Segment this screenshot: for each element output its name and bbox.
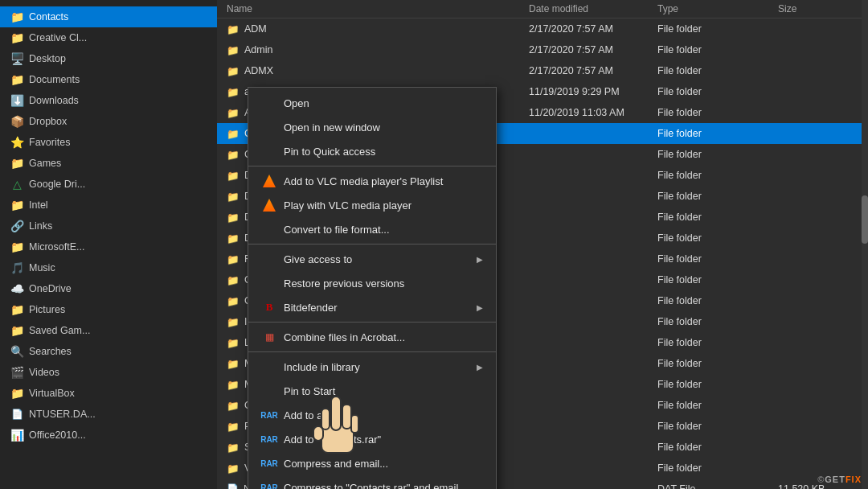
file-type: File folder <box>657 23 778 35</box>
sidebar-item-videos[interactable]: 🎬 Videos <box>0 362 217 383</box>
desktop-icon: 🖥️ <box>10 51 24 66</box>
watermark: ©GETFIX <box>817 475 862 484</box>
scroll-thumb[interactable] <box>862 195 868 244</box>
sidebar-item-favorites[interactable]: ⭐ Favorites <box>0 132 217 153</box>
sidebar-item-label: Pictures <box>29 304 65 315</box>
menu-item-compress-contacts-email[interactable]: RAR Compress to "Contacts.rar" and email <box>248 475 496 489</box>
sidebar-item-label: Searches <box>29 346 72 357</box>
sidebar-item-pictures[interactable]: 📁 Pictures <box>0 299 217 320</box>
file-row[interactable]: 📁ADM 2/17/2020 7:57 AM File folder <box>217 18 868 39</box>
file-type: File folder <box>657 149 778 160</box>
sidebar-item-downloads[interactable]: ⬇️ Downloads <box>0 90 217 111</box>
sidebar-item-dropbox[interactable]: 📦 Dropbox <box>0 111 217 132</box>
sidebar-item-label: Intel <box>29 199 48 211</box>
menu-label: Convert to file format... <box>284 224 483 236</box>
menu-item-add-contacts-rar[interactable]: RAR Add to "Contacts.rar" <box>248 427 496 451</box>
file-name-label: ADMX <box>244 65 273 76</box>
sidebar-item-ntuser[interactable]: 📄 NTUSER.DA... <box>0 404 217 425</box>
sidebar-item-office[interactable]: 📊 Office2010... <box>0 425 217 446</box>
music-icon: 🎵 <box>10 261 24 275</box>
menu-item-add-archive[interactable]: RAR Add to archive... <box>248 403 496 427</box>
file-row[interactable]: 📁Admin 2/17/2020 7:57 AM File folder <box>217 39 868 60</box>
star-icon: ⭐ <box>10 135 24 150</box>
start-pin-icon <box>261 383 277 399</box>
folder-icon: 📁 <box>10 323 24 338</box>
sidebar-item-searches[interactable]: 🔍 Searches <box>0 341 217 362</box>
file-type: File folder <box>657 86 778 97</box>
menu-label: Add to archive... <box>284 409 483 421</box>
menu-label: Compress to "Contacts.rar" and email <box>284 482 483 490</box>
menu-label: Play with VLC media player <box>284 199 483 212</box>
submenu-arrow: ▶ <box>477 303 483 312</box>
menu-item-compress-email[interactable]: RAR Compress and email... <box>248 451 496 475</box>
menu-label: Pin to Start <box>284 385 483 397</box>
compress-email-icon: RAR <box>261 455 277 471</box>
google-drive-icon: △ <box>10 177 24 191</box>
sidebar-item-label: Saved Gam... <box>29 325 90 336</box>
sidebar-item-desktop[interactable]: 🖥️ Desktop <box>0 48 217 69</box>
folder-icon: 📁 <box>10 72 24 87</box>
folder-icon: 📁 <box>10 302 24 317</box>
sidebar-item-label: Desktop <box>29 53 66 64</box>
col-size: Size <box>778 3 858 14</box>
sidebar-item-label: Google Dri... <box>29 179 85 190</box>
menu-label: Restore previous versions <box>284 277 483 290</box>
menu-item-open-new-window[interactable]: Open in new window <box>248 115 496 139</box>
sidebar-item-contacts[interactable]: 📁 Contacts <box>0 6 217 27</box>
menu-item-bitdefender[interactable]: B Bitdefender ▶ <box>248 295 496 319</box>
cloud-icon: ☁️ <box>10 281 24 296</box>
sidebar-item-games[interactable]: 📁 Games <box>0 153 217 174</box>
submenu-arrow: ▶ <box>477 255 483 264</box>
menu-label: Pin to Quick access <box>284 146 483 158</box>
file-date: 2/17/2020 7:57 AM <box>529 23 657 35</box>
context-menu: Open Open in new window Pin to Quick acc… <box>248 87 497 489</box>
sidebar-item-intel[interactable]: 📁 Intel <box>0 195 217 216</box>
menu-label: Give access to <box>284 253 477 265</box>
sidebar-item-microsoft[interactable]: 📁 MicrosoftE... <box>0 236 217 257</box>
menu-item-include-library[interactable]: Include in library ▶ <box>248 355 496 379</box>
menu-item-restore-prev[interactable]: Restore previous versions <box>248 271 496 295</box>
menu-item-open[interactable]: Open <box>248 91 496 115</box>
sidebar-item-label: OneDrive <box>29 283 72 294</box>
sidebar-item-google-drive[interactable]: △ Google Dri... <box>0 174 217 195</box>
sidebar-item-links[interactable]: 🔗 Links <box>0 216 217 236</box>
compress-contacts-icon: RAR <box>261 479 277 489</box>
sidebar-item-virtualbox[interactable]: 📁 VirtualBox <box>0 383 217 404</box>
col-name: Name <box>227 3 529 14</box>
open-icon <box>261 95 277 111</box>
pin-icon <box>261 143 277 159</box>
file-date: 2/17/2020 7:57 AM <box>529 65 657 76</box>
file-row[interactable]: 📁ADMX 2/17/2020 7:57 AM File folder <box>217 60 868 81</box>
folder-icon: 📁 <box>10 386 24 401</box>
menu-item-give-access[interactable]: Give access to ▶ <box>248 247 496 271</box>
menu-divider <box>248 351 496 352</box>
sidebar-item-music[interactable]: 🎵 Music <box>0 257 217 278</box>
menu-item-vlc-play[interactable]: Play with VLC media player <box>248 193 496 217</box>
menu-label: Open in new window <box>284 121 483 134</box>
sidebar-item-saved-games[interactable]: 📁 Saved Gam... <box>0 320 217 341</box>
explorer-window: 📁 Contacts 📁 Creative Cl... 🖥️ Desktop 📁… <box>0 0 868 489</box>
sidebar-item-label: MicrosoftE... <box>29 241 84 253</box>
search-icon: 🔍 <box>10 344 24 359</box>
menu-item-pin-start[interactable]: Pin to Start <box>248 379 496 403</box>
submenu-arrow: ▶ <box>477 363 483 372</box>
sidebar-item-documents[interactable]: 📁 Documents <box>0 69 217 90</box>
pdf-icon: ▦ <box>261 329 277 345</box>
video-icon: 🎬 <box>10 365 24 380</box>
file-type: File folder <box>657 128 778 139</box>
file-type: File folder <box>657 44 778 55</box>
menu-label: Open <box>284 97 483 109</box>
menu-item-convert[interactable]: Convert to file format... <box>248 217 496 241</box>
col-date: Date modified <box>529 3 657 14</box>
restore-icon <box>261 275 277 291</box>
sidebar-item-creative[interactable]: 📁 Creative Cl... <box>0 27 217 48</box>
menu-item-pin-quick-access[interactable]: Pin to Quick access <box>248 139 496 163</box>
scrollbar[interactable] <box>862 0 868 489</box>
sidebar-item-onedrive[interactable]: ☁️ OneDrive <box>0 278 217 299</box>
vlc-play-icon <box>261 197 277 213</box>
convert-icon <box>261 221 277 237</box>
folder-icon: 📁 <box>10 156 24 171</box>
menu-item-combine-acrobat[interactable]: ▦ Combine files in Acrobat... <box>248 325 496 349</box>
menu-item-vlc-playlist[interactable]: Add to VLC media player's Playlist <box>248 169 496 193</box>
share-icon <box>261 251 277 267</box>
